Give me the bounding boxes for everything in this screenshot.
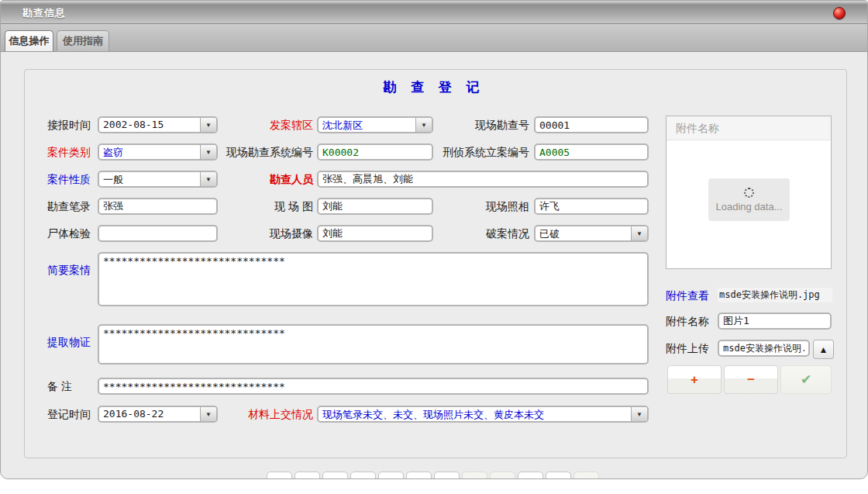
chevron-down-icon[interactable]: ▼ (631, 226, 647, 240)
bottom-bar-button[interactable] (462, 472, 487, 479)
loading-indicator: Loading data... (708, 178, 790, 221)
label-remark: 备 注 (47, 378, 72, 395)
add-attachment-button[interactable]: + (667, 365, 722, 394)
window-titlebar: 勘查信息 (1, 1, 867, 24)
scene-map-input[interactable] (317, 198, 433, 215)
remark-input[interactable] (98, 378, 649, 395)
bottom-bar-button[interactable] (378, 472, 404, 479)
label-attachment-name: 附件名称 (666, 313, 709, 330)
label-scene-photo: 现场照相 (423, 198, 529, 215)
tab-user-guide[interactable]: 使用指南 (57, 30, 109, 51)
label-body-exam: 尸体检验 (47, 225, 91, 242)
red-status-icon[interactable] (833, 7, 846, 19)
tab-bar: 信息操作 使用指南 (1, 24, 867, 52)
bottom-bar-button[interactable] (350, 472, 376, 479)
loading-text: Loading data... (715, 201, 782, 212)
bottom-bar-button[interactable] (518, 472, 543, 479)
label-scene-system-no: 现场勘查系统编号 (156, 143, 313, 161)
bottom-bar-button[interactable] (322, 472, 348, 479)
label-scene-video: 现场摄像 (156, 225, 313, 242)
label-case-nature: 案件性质 (47, 171, 91, 188)
tab-info-operation[interactable]: 信息操作 (5, 30, 53, 51)
case-brief-textarea[interactable]: ****************************** (98, 252, 649, 306)
label-attachment-view[interactable]: 附件查看 (666, 287, 709, 304)
case-status-value: 已破 (536, 226, 631, 240)
label-criminal-case-no: 刑侦系统立案编号 (423, 143, 529, 161)
bottom-bar-button[interactable] (490, 472, 515, 479)
materials-status-value: 现场笔录未交、未交、现场照片未交、黄皮本未交 (319, 407, 631, 421)
label-case-category: 案件类别 (47, 143, 91, 161)
upload-button[interactable]: ▲ (813, 340, 834, 359)
evidence-textarea[interactable]: ****************************** (98, 324, 649, 364)
confirm-attachment-button[interactable]: ✔ (780, 365, 832, 394)
attachment-upload-input[interactable] (718, 340, 810, 357)
attachment-name-input[interactable] (718, 313, 832, 330)
criminal-case-no-input[interactable] (534, 143, 649, 161)
case-status-select[interactable]: 已破 ▼ (534, 225, 649, 242)
scene-survey-no-input[interactable] (534, 116, 649, 133)
label-case-district: 发案辖区 (156, 116, 313, 133)
label-case-brief: 简要案情 (47, 261, 91, 278)
spinner-icon (744, 188, 754, 198)
bottom-bar-button[interactable] (267, 472, 292, 479)
case-district-value: 沈北新区 (319, 118, 415, 132)
label-survey-notes: 勘查笔录 (47, 198, 91, 215)
bottom-bar-button[interactable] (574, 472, 599, 479)
scene-video-input[interactable] (317, 225, 433, 242)
label-evidence: 提取物证 (47, 333, 91, 351)
remove-attachment-button[interactable]: − (724, 365, 778, 394)
label-scene-survey-no: 现场勘查号 (423, 116, 529, 133)
plus-icon: + (691, 372, 698, 388)
bottom-bar-button[interactable] (434, 472, 460, 479)
form-title: 勘 查 登 记 (1, 78, 867, 96)
bottom-bar-button[interactable] (294, 472, 320, 479)
label-attachment-upload: 附件上传 (666, 340, 709, 357)
label-case-status: 破案情况 (423, 225, 529, 242)
minus-icon: − (747, 372, 755, 388)
bottom-bar-button[interactable] (406, 472, 432, 479)
scene-system-no-input[interactable] (317, 143, 433, 161)
label-scene-map: 现 场 图 (156, 198, 313, 215)
materials-status-select[interactable]: 现场笔录未交、未交、现场照片未交、黄皮本未交 ▼ (317, 406, 649, 423)
chevron-down-icon[interactable]: ▼ (631, 407, 647, 421)
window-title: 勘查信息 (22, 6, 66, 20)
label-receive-time: 接报时间 (47, 116, 91, 133)
bottom-bar-button[interactable] (546, 472, 571, 479)
label-materials-status: 材料上交情况 (156, 406, 313, 423)
case-district-select[interactable]: 沈北新区 ▼ (317, 116, 433, 133)
scene-photo-input[interactable] (534, 198, 649, 215)
attachment-view-value: msde安装操作说明.jpg (718, 288, 832, 302)
survey-info-window: 勘查信息 信息操作 使用指南 勘 查 登 记 接报时间 2002-08-15 ▼… (0, 0, 868, 479)
label-surveyors: 勘查人员 (156, 171, 313, 188)
attachment-list-panel: 附件名称 Loading data... (666, 116, 832, 269)
label-register-time: 登记时间 (47, 406, 91, 423)
upload-arrow-icon: ▲ (819, 344, 828, 355)
attachment-list-header: 附件名称 (666, 116, 831, 140)
surveyors-input[interactable] (317, 171, 649, 188)
check-icon: ✔ (801, 371, 811, 388)
